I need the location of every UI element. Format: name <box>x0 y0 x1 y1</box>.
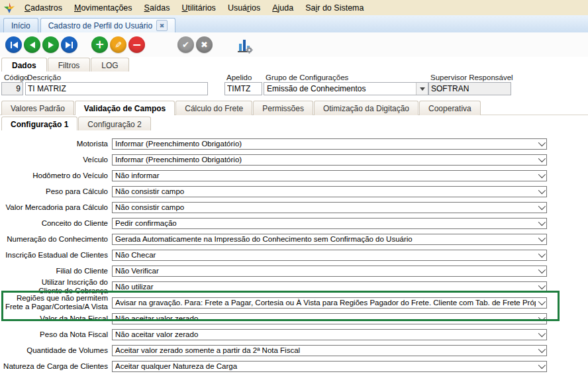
cancel-button[interactable]: ✖ <box>196 36 213 53</box>
form-row: Quantidade de Volumes Aceitar valor zera… <box>0 342 588 358</box>
grupo-configuracoes-combobox[interactable]: Emissão de Conhecimentos <box>264 82 428 95</box>
tab-configuracao-1[interactable]: Configuração 1 <box>1 117 77 131</box>
field-label: Hodômetro do Veículo <box>0 171 112 180</box>
menu-movimentacoes[interactable]: Movimentações <box>68 1 138 15</box>
previous-record-icon <box>30 42 35 48</box>
apelido-field[interactable] <box>224 82 262 95</box>
field-label: Inscrição Estadual de Clientes <box>0 251 112 260</box>
nav-next-button[interactable] <box>42 36 59 53</box>
peso-calculo-select[interactable]: Não consistir campo <box>112 186 547 197</box>
field-label: Quantidade de Volumes <box>0 346 112 355</box>
section-tab-strip: Valores Padrão Validação de Campos Cálcu… <box>0 98 588 115</box>
conceito-cliente-select[interactable]: Pedir confirmação <box>112 218 547 229</box>
tab-calculo-do-frete[interactable]: Cálculo do Frete <box>175 101 252 115</box>
chevron-down-icon <box>538 155 546 162</box>
minus-icon: − <box>132 39 141 50</box>
confirm-button[interactable]: ✔ <box>177 36 194 53</box>
field-label: Numeração do Conhecimento <box>0 235 112 244</box>
field-label: Veículo <box>0 156 112 164</box>
form-row: Valor Mercadoria para Cálculo Não consis… <box>0 199 588 215</box>
supervisor-label: Supervisor Responsável <box>430 73 513 81</box>
chevron-down-icon <box>538 139 546 146</box>
delete-record-button[interactable]: − <box>128 36 145 53</box>
chart-report-button[interactable] <box>236 36 253 54</box>
tab-otimizacao-da-digitacao[interactable]: Otimização da Digitação <box>314 101 418 115</box>
menu-utilitarios[interactable]: Utilitários <box>175 1 221 15</box>
last-record-icon <box>66 42 71 48</box>
chevron-down-icon <box>538 218 546 226</box>
first-record-icon <box>11 42 12 48</box>
window-tab-bar: Início Cadastro de Perfil do Usuário ✖ <box>0 15 588 33</box>
tab-dados[interactable]: Dados <box>1 58 47 72</box>
descricao-label: Descrição <box>27 73 61 81</box>
chevron-down-icon <box>538 187 546 194</box>
cancel-icon: ✖ <box>201 40 208 49</box>
tab-filtros[interactable]: Filtros <box>48 58 91 72</box>
plus-icon: + <box>95 39 104 50</box>
tab-validacao-de-campos[interactable]: Validação de Campos <box>75 101 175 115</box>
combo-dropdown-button[interactable] <box>416 83 428 95</box>
regioes-frete-select[interactable]: Avisar na gravação. Para: Frete a Pagar,… <box>112 297 547 309</box>
tab-cadastro-label: Cadastro de Perfil do Usuário <box>48 21 152 30</box>
menu-ajuda[interactable]: Ajuda <box>266 1 299 15</box>
validation-form: Motorista Informar (Preenchimento Obriga… <box>0 130 588 388</box>
record-header-form: Código Descrição Apelido Grupo de Config… <box>0 72 588 98</box>
apelido-label: Apelido <box>226 73 252 81</box>
inscricao-cobranca-select[interactable]: Não utilizar <box>112 281 547 293</box>
grupo-configuracoes-label: Grupo de Configurações <box>266 73 348 81</box>
application-window: Cadastros Movimentações Saídas Utilitári… <box>0 0 588 388</box>
edit-record-button[interactable]: ✎ <box>110 36 126 53</box>
close-tab-icon[interactable]: ✖ <box>156 20 168 31</box>
tab-cooperativa[interactable]: Cooperativa <box>419 101 481 115</box>
filial-cliente-select[interactable]: Não Verificar <box>112 266 547 277</box>
form-row: Valor da Nota Fiscal Não aceitar valor z… <box>0 311 588 326</box>
tab-permissoes[interactable]: Permissões <box>253 101 313 115</box>
descricao-field[interactable] <box>25 82 208 95</box>
valor-mercadoria-select[interactable]: Não consistir campo <box>112 202 547 213</box>
veiculo-select[interactable]: Informar (Preenchimento Obrigatório) <box>112 154 547 166</box>
supervisor-field[interactable] <box>428 82 511 95</box>
menu-cadastros[interactable]: Cadastros <box>19 1 68 15</box>
form-row: Natureza de Carga de Clientes Aceitar qu… <box>0 358 588 374</box>
numeracao-conhecimento-select[interactable]: Gerada Automaticamente na Impressão do C… <box>112 234 547 245</box>
field-label: Motorista <box>0 140 112 148</box>
tab-log[interactable]: LOG <box>91 58 128 72</box>
nav-first-button[interactable] <box>5 36 22 53</box>
add-record-button[interactable]: + <box>91 36 108 53</box>
menu-usuarios[interactable]: Usuários <box>222 1 266 15</box>
codigo-field[interactable] <box>1 82 23 95</box>
field-label: Valor da Nota Fiscal <box>0 315 112 323</box>
field-label: Conceito do Cliente <box>0 219 112 228</box>
nav-prev-button[interactable] <box>24 36 40 53</box>
field-label: Regiões que não permitem Frete a Pagar/C… <box>0 294 112 311</box>
dropdown-arrow-icon <box>420 87 425 91</box>
field-label: Peso da Nota Fiscal <box>0 330 112 339</box>
peso-nota-fiscal-select[interactable]: Não aceitar valor zerado <box>112 329 547 340</box>
form-row: Motorista Informar (Preenchimento Obriga… <box>0 136 588 152</box>
form-row: Hodômetro do Veículo Não informar <box>0 168 588 183</box>
tab-configuracao-2[interactable]: Configuração 2 <box>78 117 150 131</box>
form-row: Utilizar Inscrição do Cliente de Cobranç… <box>0 279 588 295</box>
nav-last-button[interactable] <box>61 36 77 53</box>
motorista-select[interactable]: Informar (Preenchimento Obrigatório) <box>112 138 547 150</box>
menu-saidas[interactable]: Saídas <box>138 1 176 15</box>
bar-chart-gear-icon <box>236 36 253 54</box>
chevron-down-icon <box>538 314 546 321</box>
inscricao-estadual-select[interactable]: Não Checar <box>112 250 547 261</box>
hodometro-select[interactable]: Não informar <box>112 170 547 181</box>
toolbar: + ✎ − ✔ ✖ <box>0 32 588 57</box>
natureza-carga-select[interactable]: Aceitar qualquer Natureza de Carga <box>112 361 547 372</box>
tab-cadastro-perfil-usuario[interactable]: Cadastro de Perfil do Usuário ✖ <box>40 18 175 32</box>
chevron-down-icon <box>538 346 546 353</box>
record-tab-strip: Dados Filtros LOG <box>0 57 588 72</box>
form-row: Peso da Nota Fiscal Não aceitar valor ze… <box>0 326 588 342</box>
tab-inicio-label: Início <box>11 21 30 30</box>
tab-inicio[interactable]: Início <box>3 18 38 32</box>
tab-valores-padrao[interactable]: Valores Padrão <box>1 101 74 115</box>
chevron-down-icon <box>538 330 546 337</box>
form-row-highlighted: Regiões que não permitem Frete a Pagar/C… <box>0 295 588 311</box>
field-label: Peso para Cálculo <box>0 187 112 196</box>
quantidade-volumes-select[interactable]: Aceitar valor zerado somente a partir da… <box>112 345 547 356</box>
menu-sair-do-sistema[interactable]: Sair do Sistema <box>299 1 369 15</box>
valor-nota-fiscal-select[interactable]: Não aceitar valor zerado <box>112 313 547 324</box>
